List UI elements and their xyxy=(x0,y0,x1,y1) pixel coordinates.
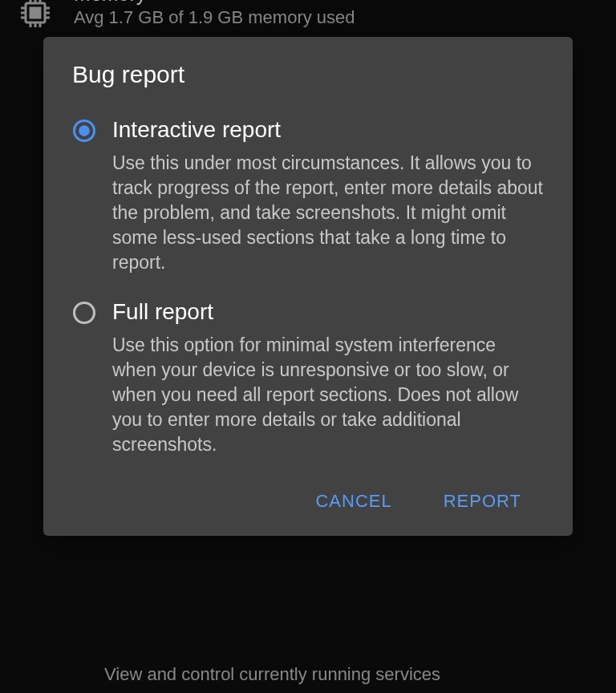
radio-selected-icon xyxy=(72,119,96,143)
option-description: Use this under most circumstances. It al… xyxy=(112,151,544,275)
option-full-report[interactable]: Full report Use this option for minimal … xyxy=(72,299,544,457)
option-title: Full report xyxy=(112,299,544,325)
svg-point-16 xyxy=(75,303,95,323)
bug-report-dialog: Bug report Interactive report Use this u… xyxy=(43,37,573,536)
dialog-actions: CANCEL REPORT xyxy=(72,481,544,521)
option-interactive-report[interactable]: Interactive report Use this under most c… xyxy=(72,117,544,275)
option-description: Use this option for minimal system inter… xyxy=(112,333,544,457)
svg-point-15 xyxy=(79,125,90,136)
report-button[interactable]: REPORT xyxy=(429,481,536,521)
option-title: Interactive report xyxy=(112,117,544,143)
radio-unselected-icon xyxy=(72,301,96,325)
dialog-overlay: Bug report Interactive report Use this u… xyxy=(0,0,616,693)
cancel-button[interactable]: CANCEL xyxy=(301,481,406,521)
dialog-title: Bug report xyxy=(72,61,544,88)
